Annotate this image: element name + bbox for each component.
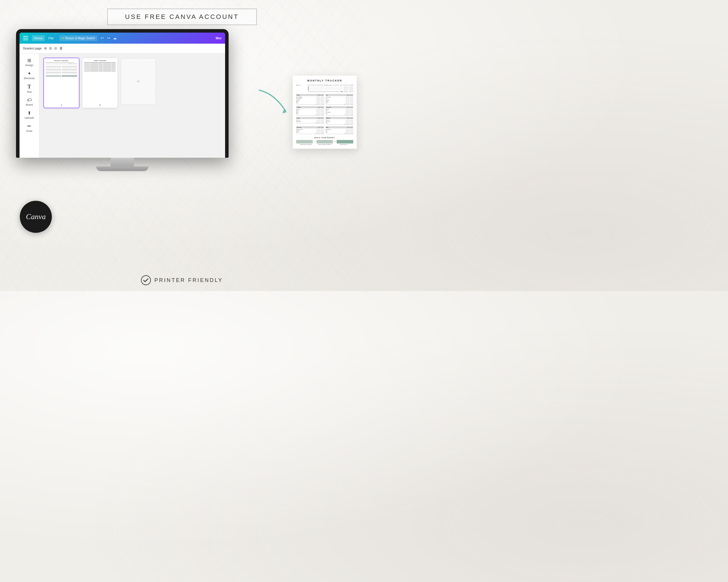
hide-page-icon[interactable]: ⊘ <box>54 46 57 51</box>
page-1-label: 1 <box>59 103 63 108</box>
canva-main: ⊞ Design ✦ Elements T Text 🏷 <box>20 54 225 158</box>
canva-toolbar: Home File ✦ Resize & Magic Switch ↩ ↪ ☁ … <box>20 33 225 44</box>
monitor-screen: Home File ✦ Resize & Magic Switch ↩ ↪ ☁ … <box>20 33 225 158</box>
printer-check-icon <box>141 275 151 285</box>
car-rows: Car PaymentGasInsuranceParkingOther$ <box>326 96 354 105</box>
doc-two-col-1: Home Budget Actual Rent / MortgageGas / … <box>296 94 353 105</box>
doc-personal-col: Personal Budget Actual ClothingGymHair /… <box>326 106 354 116</box>
footer-income-label: TOTAL INCOME THIS MONTH <box>296 144 315 145</box>
doc-footer: BUILD YOUR BUDGET − = TOTAL INCOME THIS … <box>296 137 353 145</box>
mini-yearly-title: YEARLY OVERVIEW <box>84 60 115 61</box>
footer-boxes: − = <box>296 140 353 143</box>
sidebar-item-design[interactable]: ⊞ Design <box>21 56 37 68</box>
arrow-decoration <box>256 87 291 116</box>
doc-car-col: Car Budget Actual Car PaymentGasInsuranc… <box>326 94 354 105</box>
footer-left-box <box>337 140 353 143</box>
doc-two-col-2: Utilities Budget Actual Gas / PayElectri… <box>296 106 353 116</box>
sidebar-item-brand[interactable]: 🏷 Brand <box>21 96 37 108</box>
doc-food-col: Food Budget Actual GroceriesRestaurants$ <box>296 117 324 125</box>
elements-icon: ✦ <box>27 71 31 76</box>
cloud-icon[interactable]: ☁ <box>113 36 117 40</box>
page-2-inner: YEARLY OVERVIEW <box>82 58 118 103</box>
canva-logo-text: Canva <box>26 213 46 221</box>
toolbar-icons: ↩ ↪ ☁ <box>101 36 117 40</box>
personal-rows: ClothingGymHair / BeautyOther$ <box>326 109 354 116</box>
printer-friendly-text: PRINTER FRIENDLY <box>154 277 223 283</box>
toolbar-file-button[interactable]: File <box>46 35 56 41</box>
draw-label: Draw <box>26 130 32 132</box>
page-1-inner: MONTHLY TRACKER <box>44 58 79 103</box>
canva-sidebar: ⊞ Design ✦ Elements T Text 🏷 <box>20 54 39 158</box>
toolbar-more-label[interactable]: Mor <box>216 36 222 40</box>
footer-spending-box <box>316 140 333 143</box>
medical-rows: InsuranceDoctor / RXOther$ <box>326 119 354 125</box>
add-page-plus-icon: + <box>136 78 140 85</box>
income-goal-field <box>333 84 339 86</box>
doc-savings-col: Savings Budget Actual Emergency FundVaca… <box>296 126 324 134</box>
star-icon: ✦ <box>62 37 64 40</box>
home-rows: Rent / MortgageGas / ElectricInsuranceHO… <box>296 96 324 105</box>
footer-title: BUILD YOUR BUDGET <box>296 137 353 139</box>
design-icon: ⊞ <box>27 58 31 63</box>
deselect-page-button[interactable]: Deselect page <box>23 47 42 50</box>
sidebar-item-text[interactable]: T Text <box>21 82 37 95</box>
monitor-stand-base <box>96 166 149 171</box>
month-field <box>307 84 323 86</box>
add-page-icon[interactable]: ⊕ <box>44 46 47 51</box>
toolbar-home-button[interactable]: Home <box>32 35 45 41</box>
design-label: Design <box>25 64 33 67</box>
total-label: Total <box>340 91 343 92</box>
minus-op: − <box>314 141 315 143</box>
delete-page-icon[interactable]: 🗑 <box>59 46 63 51</box>
footer-left-label: TOTAL MONEY LEFT <box>334 144 353 145</box>
page-thumbnail-2[interactable]: YEARLY OVERVIEW <box>82 58 118 108</box>
doc-utilities-col: Utilities Budget Actual Gas / PayElectri… <box>296 106 324 116</box>
sidebar-item-draw[interactable]: ✏ Draw <box>21 122 37 134</box>
income-check-2 <box>308 88 309 89</box>
doc-income-section: Month of Monthly Income Goal Actual <box>296 84 353 92</box>
hamburger-menu-icon[interactable] <box>23 36 28 40</box>
magic-switch-label: Resize & Magic Switch <box>65 37 95 40</box>
page-2-label: 2 <box>98 103 102 108</box>
equals-op: = <box>334 141 335 143</box>
monthly-tracker-doc: MONTHLY TRACKER Month of Monthly Income … <box>293 76 357 149</box>
doc-title: MONTHLY TRACKER <box>296 79 353 82</box>
doc-misc-col: Misc Budget Actual SubscriptionsGiftsOth… <box>326 126 354 134</box>
util-rows: Gas / PayElectricWaterOther$ <box>296 109 324 116</box>
page-add-thumbnail[interactable]: + <box>121 58 156 105</box>
canva-logo: Canva <box>20 201 52 233</box>
uploads-icon: ⬆ <box>27 110 31 116</box>
sidebar-item-uploads[interactable]: ⬆ Uploads <box>21 109 37 121</box>
doc-home-col: Home Budget Actual Rent / MortgageGas / … <box>296 94 324 105</box>
text-label: Text <box>27 90 32 93</box>
elements-label: Elements <box>24 77 35 80</box>
svg-point-1 <box>141 276 151 285</box>
footer-spending-label: TOTAL SPENDING THIS MONTH <box>315 144 334 145</box>
redo-icon[interactable]: ↪ <box>107 36 110 40</box>
mini-tracker-title: MONTHLY TRACKER <box>46 60 77 61</box>
doc-medical-col: Medical Budget Actual InsuranceDoctor / … <box>326 117 354 125</box>
copy-page-icon[interactable]: ⧉ <box>49 46 52 51</box>
doc-two-col-4: Savings Budget Actual Emergency FundVaca… <box>296 126 353 134</box>
printer-friendly-section: PRINTER FRIENDLY <box>141 275 223 285</box>
footer-labels: TOTAL INCOME THIS MONTH TOTAL SPENDING T… <box>296 144 353 145</box>
month-label: Month of <box>296 84 306 86</box>
magic-switch-button[interactable]: ✦ Resize & Magic Switch <box>59 35 97 41</box>
page-wrapper: USE FREE CANVA ACCOUNT Home File ✦ Resiz… <box>0 0 364 291</box>
page-thumbnail-1[interactable]: MONTHLY TRACKER <box>44 58 79 108</box>
income-check-1 <box>308 86 309 88</box>
undo-icon[interactable]: ↩ <box>101 36 104 40</box>
doc-two-col-3: Food Budget Actual GroceriesRestaurants$… <box>296 117 353 125</box>
monitor-screen-wrap: Home File ✦ Resize & Magic Switch ↩ ↪ ☁ … <box>16 29 229 158</box>
misc-rows: SubscriptionsGiftsOther$ <box>326 129 354 134</box>
income-actual-label: Actual <box>350 84 353 86</box>
car-section-title: Car <box>326 94 346 96</box>
footer-income-box <box>296 140 313 143</box>
food-rows: GroceriesRestaurants$ <box>296 119 324 124</box>
monitor-stand-neck <box>111 158 134 166</box>
draw-icon: ✏ <box>27 123 31 129</box>
monitor-container: Home File ✦ Resize & Magic Switch ↩ ↪ ☁ … <box>16 29 229 171</box>
sidebar-item-elements[interactable]: ✦ Elements <box>21 69 37 82</box>
secondary-toolbar: Deselect page ⊕ ⧉ ⊘ 🗑 <box>20 44 225 54</box>
income-row-1 <box>310 87 343 87</box>
